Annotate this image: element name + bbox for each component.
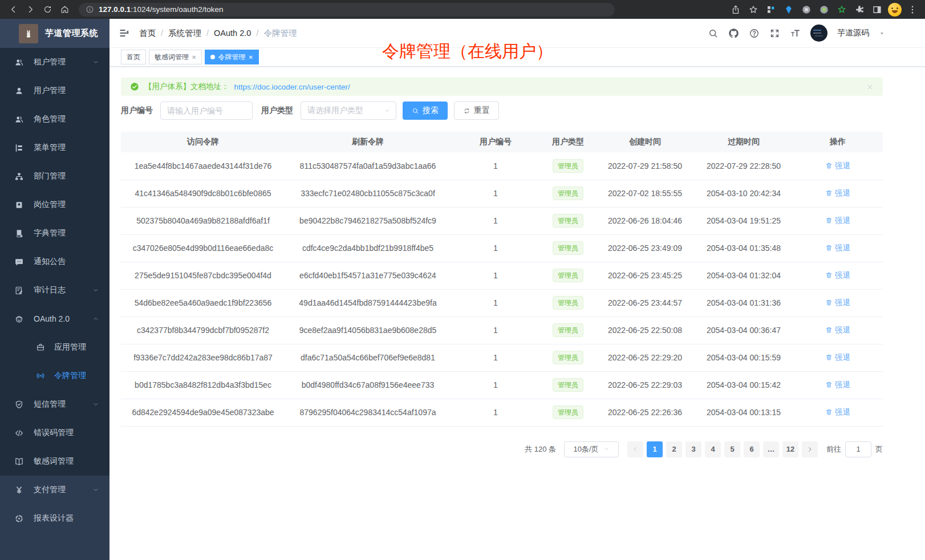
breadcrumb-item[interactable]: 系统管理	[168, 28, 201, 39]
sidebar-item-角色管理[interactable]: 角色管理	[0, 105, 109, 133]
ext-circle1-icon[interactable]	[800, 3, 813, 17]
sidebar-square-icon[interactable]	[870, 3, 884, 17]
sidebar-item-label: 租户管理	[34, 57, 66, 67]
user-type-badge: 管理员	[553, 296, 583, 310]
force-logout-button[interactable]: 强退	[825, 325, 850, 335]
site-info-icon[interactable]	[86, 5, 94, 14]
sidebar-item-审计日志[interactable]: 审计日志	[0, 276, 109, 305]
goto-page-input[interactable]	[845, 441, 871, 457]
page-button-5[interactable]: 5	[724, 441, 740, 457]
breadcrumb-item[interactable]: OAuth 2.0	[214, 29, 251, 38]
puzzle-icon[interactable]	[853, 3, 866, 17]
sidebar-item-应用管理[interactable]: 应用管理	[0, 333, 109, 362]
collapse-sidebar-icon[interactable]	[119, 27, 136, 39]
sidebar-item-OAuth 2.0[interactable]: OAuth 2.0	[0, 305, 109, 333]
page-content: 【用户体系】文档地址： https://doc.iocoder.cn/user-…	[109, 67, 925, 457]
page-button-2[interactable]: 2	[666, 441, 682, 457]
sidebar-item-部门管理[interactable]: 部门管理	[0, 162, 109, 190]
user-icon	[14, 86, 24, 96]
fullscreen-icon[interactable]	[769, 28, 780, 39]
app-logo[interactable]: 芋道管理系统	[0, 19, 109, 48]
address-bar[interactable]: 127.0.0.1:1024/system/oauth2/token	[79, 3, 615, 17]
kebab-icon[interactable]	[906, 3, 919, 17]
sidebar-item-敏感词管理[interactable]: 敏感词管理	[0, 447, 109, 476]
font-size-icon[interactable]	[790, 28, 801, 39]
sidebar-item-通知公告[interactable]: 通知公告	[0, 247, 109, 276]
ext-circle2-icon[interactable]	[817, 3, 831, 17]
username[interactable]: 芋道源码	[837, 28, 869, 38]
star-icon[interactable]	[747, 3, 760, 17]
force-logout-button[interactable]: 强退	[825, 161, 850, 171]
force-logout-button[interactable]: 强退	[825, 216, 850, 226]
force-logout-button[interactable]: 强退	[825, 243, 850, 253]
chevron-down-icon	[92, 401, 99, 408]
ext-grid-icon[interactable]	[764, 3, 778, 17]
sidebar-item-label: 部门管理	[34, 171, 66, 181]
create-time-cell: 2022-06-25 23:49:09	[595, 234, 695, 262]
next-page-button[interactable]	[802, 441, 818, 457]
sidebar-item-用户管理[interactable]: 用户管理	[0, 76, 109, 105]
page-button-12[interactable]: 12	[782, 441, 798, 457]
access-token-cell: 502375b8040a469a9b82188afdf6af1f	[121, 207, 285, 234]
breadcrumb-item[interactable]: 首页	[139, 28, 156, 39]
user-id-label: 用户编号	[121, 105, 153, 116]
search-icon[interactable]	[708, 28, 719, 39]
prev-page-button[interactable]	[627, 441, 643, 457]
doc-link[interactable]: https://doc.iocoder.cn/user-center/	[234, 83, 350, 91]
column-header: 过期时间	[695, 132, 793, 152]
sidebar-item-label: 角色管理	[34, 114, 66, 124]
alert-close-icon[interactable]	[866, 83, 874, 91]
user-type-select[interactable]: 请选择用户类型	[301, 102, 396, 120]
browser-forward-icon[interactable]	[23, 2, 38, 17]
gem-icon[interactable]	[782, 3, 796, 17]
sidebar-item-令牌管理[interactable]: 令牌管理	[0, 362, 109, 390]
force-logout-button[interactable]: 强退	[825, 298, 850, 308]
user-type-cell: 管理员	[541, 152, 595, 180]
tag-令牌管理[interactable]: 令牌管理✕	[205, 50, 258, 64]
user-avatar[interactable]	[810, 25, 827, 42]
browser-reload-icon[interactable]	[40, 2, 55, 17]
sidebar-item-短信管理[interactable]: 短信管理	[0, 390, 109, 419]
tag-首页[interactable]: 首页	[121, 50, 146, 64]
sidebar-item-租户管理[interactable]: 租户管理	[0, 48, 109, 76]
reset-button[interactable]: 重置	[454, 102, 499, 120]
help-icon[interactable]	[749, 28, 760, 39]
table-row: 275e5de9151045fe87cbdc395e004f4de6cfd40e…	[121, 262, 883, 289]
page-button-3[interactable]: 3	[685, 441, 701, 457]
sidebar-item-菜单管理[interactable]: 菜单管理	[0, 133, 109, 162]
tag-close-icon[interactable]: ✕	[248, 54, 253, 60]
refresh-token-cell: 811c530487574fa0af1a59d3abc1aa66	[285, 152, 451, 180]
share-icon[interactable]	[729, 3, 743, 17]
force-logout-button[interactable]: 强退	[825, 270, 850, 281]
sidebar-item-label: 敏感词管理	[34, 456, 74, 466]
user-id-input[interactable]	[160, 102, 253, 120]
expire-time-cell: 2054-03-04 01:32:04	[695, 262, 793, 289]
create-time-cell: 2022-06-25 23:44:57	[595, 289, 695, 316]
sidebar-item-label: OAuth 2.0	[34, 314, 70, 323]
force-logout-button[interactable]: 强退	[825, 380, 850, 390]
star-green-icon[interactable]	[835, 3, 849, 17]
browser-home-icon[interactable]	[57, 2, 72, 17]
page-button-1[interactable]: 1	[647, 441, 663, 457]
page-size-select[interactable]: 10条/页	[564, 441, 619, 457]
tag-close-icon[interactable]: ✕	[192, 54, 196, 60]
sidebar-item-错误码管理[interactable]: 错误码管理	[0, 419, 109, 447]
sidebar-item-字典管理[interactable]: 字典管理	[0, 219, 109, 247]
page-button-6[interactable]: 6	[744, 441, 760, 457]
search-button[interactable]: 搜索	[403, 102, 448, 120]
github-icon[interactable]	[728, 28, 739, 39]
pager-ellipsis[interactable]: …	[763, 441, 779, 457]
sidebar-item-报表设计器[interactable]: 报表设计器	[0, 504, 109, 533]
tag-敏感词管理[interactable]: 敏感词管理✕	[149, 50, 202, 64]
sidebar-item-岗位管理[interactable]: 岗位管理	[0, 190, 109, 219]
force-logout-label: 强退	[835, 298, 850, 308]
force-logout-button[interactable]: 强退	[825, 352, 850, 363]
user-menu-caret-icon[interactable]	[879, 30, 885, 36]
create-time-cell: 2022-06-26 18:04:46	[595, 207, 695, 234]
browser-profile-avatar[interactable]	[888, 3, 902, 17]
sidebar-item-支付管理[interactable]: 支付管理	[0, 476, 109, 504]
force-logout-button[interactable]: 强退	[825, 407, 850, 417]
force-logout-button[interactable]: 强退	[825, 188, 850, 198]
page-button-4[interactable]: 4	[705, 441, 721, 457]
browser-back-icon[interactable]	[6, 2, 21, 17]
